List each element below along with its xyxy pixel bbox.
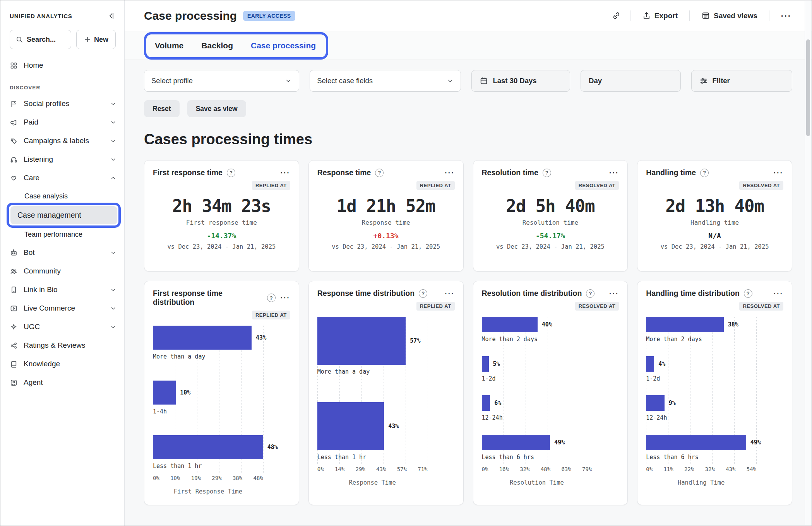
bar[interactable]	[646, 317, 723, 332]
bar[interactable]	[482, 317, 538, 332]
help-icon[interactable]: ?	[700, 169, 709, 177]
export-icon	[642, 11, 651, 20]
bar[interactable]	[646, 395, 664, 411]
sidebar-item-live-commerce[interactable]: Live Commerce	[0, 299, 124, 318]
bar[interactable]	[646, 356, 654, 372]
link-icon	[612, 11, 621, 20]
filter-button[interactable]: Filter	[691, 70, 792, 92]
vertical-scrollbar[interactable]	[805, 1, 811, 525]
bar-value-label: 4%	[658, 360, 665, 367]
select-profile-dropdown[interactable]: Select profile	[144, 70, 299, 92]
sidebar-item-case-analysis[interactable]: Case analysis	[0, 187, 124, 205]
bar-value-label: 9%	[669, 400, 676, 406]
bar[interactable]	[646, 435, 746, 450]
bar[interactable]	[317, 402, 384, 450]
card-menu-icon[interactable]: ⋯	[608, 290, 619, 297]
kpi-delta: N/A	[646, 232, 783, 240]
bar-group: 6%12-24h	[482, 395, 619, 421]
sidebar-item-case-management[interactable]: Case management	[10, 206, 117, 224]
chart-card-resolution-time-distribution: Resolution time distribution ? ⋯ RESOLVE…	[473, 281, 628, 505]
save-as-view-button[interactable]: Save as view	[187, 100, 246, 117]
sidebar-item-listening[interactable]: Listening	[0, 150, 124, 169]
bar[interactable]	[153, 435, 263, 459]
more-options-icon[interactable]: ⋯	[779, 10, 793, 21]
kpi-compare-range: vs Dec 23, 2024 - Jan 21, 2025	[317, 243, 455, 250]
sidebar-item-team-performance[interactable]: Team performance	[0, 225, 124, 243]
sidebar-item-paid[interactable]: Paid	[0, 113, 124, 132]
sidebar-item-ratings-reviews[interactable]: Ratings & Reviews	[0, 336, 124, 355]
help-icon[interactable]: ?	[375, 169, 384, 177]
bar-category-label: Less than 1 hr	[153, 463, 290, 470]
bar-category-label: 12-24h	[646, 414, 783, 421]
select-case-fields-value: Select case fields	[317, 77, 373, 85]
tag-icon	[10, 137, 18, 145]
date-range-button[interactable]: Last 30 Days	[471, 70, 570, 92]
tab-case-processing[interactable]: Case processing	[251, 39, 316, 53]
help-icon[interactable]: ?	[744, 289, 752, 298]
status-badge: RESOLVED AT	[575, 181, 619, 190]
help-icon[interactable]: ?	[419, 289, 427, 298]
bar[interactable]	[153, 326, 252, 350]
reset-button[interactable]: Reset	[144, 100, 180, 117]
sidebar-item-campaigns-labels[interactable]: Campaigns & labels	[0, 132, 124, 150]
bar[interactable]	[153, 381, 176, 405]
kpi-card-response-time: Response time ? ⋯ REPLIED AT 1d 21h 52m …	[308, 160, 464, 272]
x-tick-label: 43%	[726, 466, 735, 472]
chevron-down-icon	[447, 77, 454, 84]
card-menu-icon[interactable]: ⋯	[773, 170, 783, 176]
sidebar-item-home[interactable]: Home	[0, 56, 124, 75]
help-icon[interactable]: ?	[267, 294, 276, 302]
copy-link-button[interactable]	[612, 11, 621, 20]
sidebar-item-ugc[interactable]: UGC	[0, 318, 124, 336]
saved-views-button[interactable]: Saved views	[699, 11, 760, 20]
export-button[interactable]: Export	[640, 11, 680, 20]
card-menu-icon[interactable]: ⋯	[280, 170, 290, 176]
chevron-up-icon	[110, 175, 116, 181]
search-placeholder: Search...	[27, 36, 56, 44]
bar[interactable]	[482, 435, 550, 450]
sidebar-item-link-in-bio[interactable]: Link in Bio	[0, 280, 124, 299]
scrollbar-thumb[interactable]	[806, 39, 810, 136]
sidebar-item-bot[interactable]: Bot	[0, 243, 124, 262]
sidebar-item-knowledge[interactable]: Knowledge	[0, 355, 124, 373]
help-icon[interactable]: ?	[543, 169, 551, 177]
x-tick-label: 79%	[582, 466, 592, 472]
select-case-fields-dropdown[interactable]: Select case fields	[310, 70, 461, 92]
bar-chart: 38%More than 2 days4%1-2d9%12-24h49%Less…	[646, 317, 783, 461]
tab-volume[interactable]: Volume	[155, 39, 183, 53]
chevron-down-icon	[285, 77, 292, 84]
x-axis-title: First Response Time	[153, 488, 263, 495]
bar[interactable]	[482, 395, 490, 411]
search-input[interactable]: Search...	[10, 30, 71, 49]
bar-group: 10%1-4h	[153, 381, 290, 415]
card-menu-icon[interactable]: ⋯	[608, 170, 619, 176]
card-menu-icon[interactable]: ⋯	[280, 295, 290, 301]
card-menu-icon[interactable]: ⋯	[773, 290, 783, 297]
status-badge: REPLIED AT	[252, 311, 290, 319]
bar[interactable]	[317, 317, 406, 365]
sidebar-item-label: Agent	[24, 378, 43, 387]
help-icon[interactable]: ?	[227, 169, 235, 177]
bar-category-label: 1-2d	[482, 375, 619, 382]
sidebar-item-community[interactable]: Community	[0, 262, 124, 280]
kpi-card-handling-time: Handling time ? ⋯ RESOLVED AT 2d 13h 40m…	[637, 160, 792, 272]
bar-chart: 40%More than 2 days5%1-2d6%12-24h49%Less…	[482, 317, 619, 461]
sidebar-item-social-profiles[interactable]: Social profiles	[0, 94, 124, 113]
filter-actions: Reset Save as view	[144, 100, 792, 117]
granularity-dropdown[interactable]: Day	[581, 70, 681, 92]
bar[interactable]	[482, 356, 489, 372]
sidebar-item-label: Bot	[24, 248, 35, 257]
collapse-sidebar-icon[interactable]	[106, 11, 116, 20]
sidebar-item-care[interactable]: Care	[0, 169, 124, 187]
new-button-label: New	[94, 36, 108, 44]
card-menu-icon[interactable]: ⋯	[444, 290, 455, 297]
new-button[interactable]: New	[76, 30, 116, 49]
help-icon[interactable]: ?	[586, 289, 594, 298]
tab-backlog[interactable]: Backlog	[201, 39, 233, 53]
book-icon	[10, 360, 18, 368]
chevron-down-icon	[110, 156, 116, 163]
card-menu-icon[interactable]: ⋯	[444, 170, 455, 176]
sidebar-item-agent[interactable]: Agent	[0, 373, 124, 392]
kpi-label: First response time	[153, 219, 290, 226]
sidebar-section-discover: DISCOVER	[0, 75, 124, 94]
